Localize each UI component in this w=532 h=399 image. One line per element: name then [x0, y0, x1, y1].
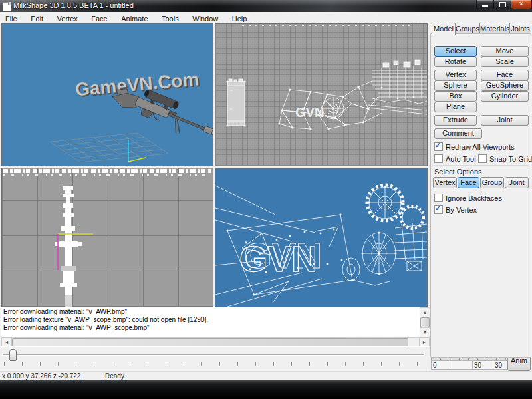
checkbox-box-icon	[434, 194, 443, 202]
tool-face-button[interactable]: Face	[481, 70, 529, 80]
tab-joints-label: Joints	[511, 25, 530, 33]
status-coordinates: x 0.000 y 37.266 z -20.722	[2, 372, 80, 380]
tool-sphere-button[interactable]: Sphere	[434, 80, 477, 91]
ground-grid	[50, 133, 168, 162]
tab-materials-label: Materials	[480, 25, 510, 33]
error-message: Error loading texture "v_AWP_scope.bmp":…	[1, 315, 430, 323]
keyframe-ticks	[4, 362, 424, 366]
select-option-joint-button[interactable]: Joint	[505, 177, 529, 188]
scroll-thumb[interactable]	[12, 338, 408, 346]
anim-total-frames-field[interactable]	[472, 360, 494, 370]
checkbox-box-icon	[478, 154, 487, 163]
origin-axis-icon	[128, 140, 146, 162]
tab-model[interactable]: Model	[432, 23, 456, 35]
checkbox-label: By Vertex	[446, 206, 477, 214]
section-divider	[432, 165, 528, 166]
side-panel: Model Groups Materials Joints Tools Sele…	[430, 22, 531, 371]
viewport-3d-canvas: GameVN.Com GameVN.Com	[2, 24, 213, 166]
tab-model-label: Model	[434, 25, 454, 33]
tab-groups-label: Groups	[456, 25, 479, 33]
title-bar: MilkShape 3D 1.8.5 BETA 1 - untitled ✕	[0, 0, 532, 12]
checkbox-box-icon	[434, 154, 443, 163]
rifle-top-view	[55, 186, 82, 307]
checkbox-label: Snap To Grid	[489, 155, 532, 163]
checkbox-snap-to-grid[interactable]: Snap To Grid	[478, 154, 532, 163]
milkshape-app-icon	[3, 2, 11, 11]
error-message: Error downloading material: "v_AWP.bmp"	[1, 307, 430, 315]
error-message: Error downloading material: "v_AWP_scope…	[1, 323, 430, 331]
tab-joints[interactable]: Joints	[509, 23, 531, 34]
window-title: MilkShape 3D 1.8.5 BETA 1 - untitled	[13, 1, 134, 9]
select-option-face-button[interactable]: Face	[458, 177, 479, 188]
wire-watermark-3d-text: GVN GVN	[239, 235, 322, 279]
status-bar: x 0.000 y 37.266 z -20.722 Ready.	[0, 371, 532, 381]
axis-cross	[58, 234, 93, 270]
tool-joint-button[interactable]: Joint	[481, 115, 529, 126]
viewport-top-view[interactable]	[1, 168, 213, 307]
scroll-down-icon[interactable]: ▼	[420, 327, 430, 338]
rifle-wireframe-side	[227, 25, 427, 129]
checkbox-redraw-all-viewports[interactable]: Redraw All Viewports	[434, 142, 515, 151]
viewport-wireframe-perspective[interactable]: GVN GVN	[215, 168, 428, 307]
tool-select-button[interactable]: Select	[434, 46, 477, 57]
tool-vertex-button[interactable]: Vertex	[434, 70, 477, 80]
checkbox-label: Auto Tool	[446, 155, 476, 163]
tool-rotate-button[interactable]: Rotate	[434, 57, 477, 67]
viewport-3d-perspective[interactable]: GameVN.Com GameVN.Com	[1, 23, 213, 166]
select-option-group-button[interactable]: Group	[480, 177, 504, 188]
keyframe-bar	[0, 346, 430, 372]
checkbox-box-icon	[434, 142, 443, 151]
minimize-icon	[482, 5, 488, 7]
svg-text:GVN: GVN	[239, 239, 317, 279]
keyframe-slider-track[interactable]	[3, 354, 424, 356]
scroll-up-icon[interactable]: ▲	[420, 307, 430, 318]
tool-cylinder-button[interactable]: Cylinder	[481, 91, 529, 102]
checkbox-by-vertex[interactable]: By Vertex	[434, 205, 477, 214]
viewport-wireframe-side-canvas: GVN	[215, 24, 427, 166]
status-message: Ready.	[105, 372, 126, 380]
maximize-icon	[499, 2, 506, 7]
tab-materials[interactable]: Materials	[479, 23, 510, 34]
checkbox-box-icon	[434, 205, 443, 214]
select-options-label: Select Options	[434, 168, 482, 176]
checkbox-label: Redraw All Viewports	[446, 143, 515, 151]
viewport-wireframe-side[interactable]: GVN	[215, 23, 428, 166]
checkbox-label: Ignore Backfaces	[446, 194, 502, 202]
tab-groups[interactable]: Groups	[455, 23, 480, 34]
tool-comment-button[interactable]: Comment	[434, 128, 482, 139]
checkbox-auto-tool[interactable]: Auto Tool	[434, 154, 476, 163]
keyframe-slider-thumb[interactable]	[9, 349, 17, 361]
viewport-wireframe-persp-canvas: GVN GVN	[215, 168, 427, 307]
menu-bar: File Edit Vertex Face Animate Tools Wind…	[0, 12, 532, 23]
tool-plane-button[interactable]: Plane	[434, 102, 477, 112]
close-icon: ✕	[511, 0, 531, 8]
viewport-top-view-canvas	[2, 168, 213, 307]
checkbox-ignore-backfaces[interactable]: Ignore Backfaces	[434, 194, 502, 202]
tool-extrude-button[interactable]: Extrude	[434, 115, 477, 126]
message-vertical-scrollbar[interactable]: ▲ ▼	[420, 307, 430, 336]
clipped-model-top-edge	[3, 171, 211, 175]
wire-watermark-text: GVN	[295, 105, 324, 120]
maximize-button[interactable]	[493, 0, 512, 9]
scroll-thumb[interactable]	[420, 317, 430, 327]
tool-move-button[interactable]: Move	[481, 46, 529, 57]
taskbar: models MilkShape 3D 1.8.5 B... Jed's Hal…	[0, 380, 532, 399]
anim-frame-field-2[interactable]	[452, 360, 473, 370]
message-log[interactable]: Error downloading material: "v_AWP.bmp" …	[1, 307, 430, 338]
tool-geosphere-button[interactable]: GeoSphere	[481, 80, 529, 91]
anim-current-frame-field[interactable]	[431, 360, 453, 370]
tool-scale-button[interactable]: Scale	[481, 57, 529, 67]
select-option-vertex-button[interactable]: Vertex	[433, 177, 457, 188]
tool-box-button[interactable]: Box	[434, 91, 477, 102]
close-button[interactable]: ✕	[511, 0, 532, 9]
minimize-button[interactable]	[476, 0, 495, 9]
